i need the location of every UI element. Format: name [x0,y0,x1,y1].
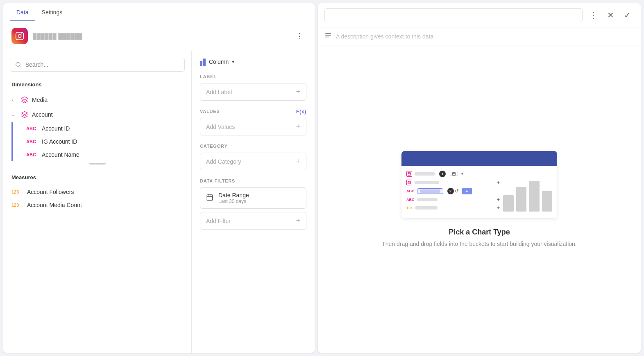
chart-type-label: Column [209,59,229,65]
source-header: ██████ ██████ ⋮ [3,21,315,51]
search-input[interactable] [25,61,179,68]
svg-rect-16 [453,173,455,175]
add-values-box[interactable]: Add Values + [200,118,306,135]
measure-account-media-count[interactable]: 123 Account Media Count [3,198,191,212]
type-badge-abc-2: ABC [26,139,39,144]
values-section-title: VALUES F(x) [200,109,306,114]
header-actions: ⋮ ✕ ✓ [586,9,634,22]
type-badge-123-1: 123 [11,189,24,194]
chart-preview-area: 1 ▾ [318,45,641,353]
label-section: LABEL Add Label + [200,74,306,101]
label-section-title: LABEL [200,74,306,79]
chevron-down-icon: ⌄ [11,112,17,117]
description-placeholder: A description gives context to this data [336,33,433,40]
search-box[interactable] [10,58,185,72]
preview-bars [503,171,552,213]
more-options-button[interactable]: ⋮ [586,9,601,22]
preview-abc-1: ABC [406,189,415,193]
add-filter-plus-icon[interactable]: + [296,216,300,225]
svg-rect-5 [207,195,213,201]
type-badge-abc-3: ABC [26,152,39,157]
left-panel: Data Settings ██████ ██████ ⋮ [3,3,315,353]
dimension-item-media[interactable]: › Media [3,92,191,107]
preview-selected-row [417,188,443,194]
chart-title-input[interactable] [324,8,583,22]
svg-rect-18 [408,181,410,184]
instagram-icon [11,28,28,44]
svg-point-3 [16,62,20,66]
add-label-plus-icon[interactable]: + [296,88,300,96]
svg-rect-0 [16,32,23,40]
measures-title: Measures [3,171,191,184]
fx-link[interactable]: F(x) [296,109,306,115]
add-label-text: Add Label [206,89,232,95]
description-bar[interactable]: A description gives context to this data [318,27,641,45]
cube-icon-account [20,110,29,119]
right-panel: ⋮ ✕ ✓ A description gives context to thi… [318,3,641,353]
add-category-box[interactable]: Add Category + [200,153,306,170]
category-section-title: CATEGORY [200,144,306,149]
config-panel: Column ▾ LABEL Add Label + VALUES F(x) [192,51,315,353]
chevron-right-icon: › [11,97,17,102]
data-filters-section: DATA FILTERS Date Range Last 30 days [200,178,306,230]
preview-123-1: 123 [406,206,413,210]
data-filters-section-title: DATA FILTERS [200,178,306,183]
source-more-icon[interactable]: ⋮ [293,30,306,42]
filter-sub: Last 30 days [218,198,249,204]
tab-settings[interactable]: Settings [35,3,69,21]
sub-item-ig-account-id[interactable]: ABC IG Account ID [3,135,191,148]
sub-item-account-id[interactable]: ABC Account ID [3,122,191,135]
preview-cal-2 [406,180,412,185]
ig-account-id-label: IG Account ID [42,138,77,145]
add-category-text: Add Category [206,158,241,165]
filter-text: Date Range Last 30 days [218,192,249,204]
svg-rect-12 [408,173,410,175]
cube-icon-media [20,96,29,104]
source-name: ██████ ██████ [33,33,82,39]
add-filter-box[interactable]: Add Filter + [200,212,306,230]
chart-type-selector[interactable]: Column ▾ [200,58,306,66]
chart-preview-illustration: 1 ▾ [401,151,557,218]
media-label: Media [32,97,48,103]
chevron-down-chart: ▾ [232,59,234,65]
dimensions-title: Dimensions [3,78,191,91]
search-icon [15,61,21,68]
confirm-button[interactable]: ✓ [621,9,634,22]
svg-point-1 [18,34,21,37]
calendar-icon [206,194,213,203]
account-media-count-label: Account Media Count [27,202,82,208]
account-followers-label: Account Followers [27,189,74,195]
date-filter-box[interactable]: Date Range Last 30 days [200,187,306,209]
add-filter-text: Add Filter [206,218,231,224]
chart-pick-subtitle: Then drag and drop fields into the bucke… [382,241,577,247]
close-button[interactable]: ✕ [604,9,617,22]
add-values-text: Add Values [206,124,235,130]
add-label-box[interactable]: Add Label + [200,83,306,101]
type-badge-123-2: 123 [11,203,24,207]
add-category-plus-icon[interactable]: + [296,157,300,166]
description-icon [324,32,332,41]
account-id-label: Account ID [42,125,70,132]
chart-pick-title: Pick a Chart Type [449,228,510,237]
type-badge-abc-1: ABC [26,126,39,131]
dimension-item-account[interactable]: ⌄ Account [3,107,191,122]
column-chart-icon [200,58,206,66]
filter-label: Date Range [218,192,249,198]
tabs-container: Data Settings [3,3,315,21]
preview-abc-2: ABC [406,198,415,202]
badge-2: 2 [447,188,454,194]
account-label: Account [32,111,53,118]
source-info: ██████ ██████ [11,28,82,44]
badge-1: 1 [439,171,446,177]
category-section: CATEGORY Add Category + [200,144,306,170]
content-area: Dimensions › Media ⌄ [3,51,315,353]
sub-item-account-name[interactable]: ABC Account Name [3,148,191,161]
measure-account-followers[interactable]: 123 Account Followers [3,185,191,198]
add-values-plus-icon[interactable]: + [296,122,300,131]
svg-point-2 [21,34,23,35]
right-panel-header: ⋮ ✕ ✓ [318,3,641,27]
tab-data[interactable]: Data [10,3,35,21]
preview-cal-1 [406,171,412,177]
account-name-label: Account Name [42,151,79,158]
svg-line-4 [19,66,20,67]
